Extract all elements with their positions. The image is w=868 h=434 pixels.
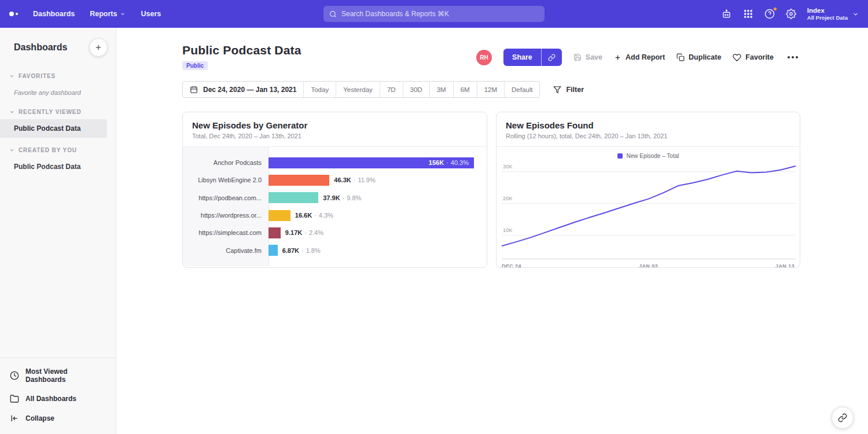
bar-value-label: 46.3K·11.9% bbox=[334, 176, 375, 183]
collapse-sidebar-button[interactable]: Collapse bbox=[0, 409, 116, 428]
preset-6m[interactable]: 6M bbox=[453, 82, 477, 97]
save-button[interactable]: Save bbox=[573, 53, 602, 61]
bar[interactable] bbox=[269, 245, 278, 256]
app-logo[interactable] bbox=[9, 12, 18, 16]
bar[interactable]: 156K·40.3% bbox=[269, 157, 474, 168]
preset-7d[interactable]: 7D bbox=[380, 82, 403, 97]
bar-category-label: Anchor Podcasts bbox=[183, 159, 269, 166]
nav-dashboards-label: Dashboards bbox=[33, 10, 75, 18]
add-report-button[interactable]: Add Report bbox=[614, 53, 665, 61]
global-search[interactable] bbox=[323, 6, 545, 22]
copy-link-button[interactable] bbox=[541, 49, 562, 66]
apps-grid-icon[interactable] bbox=[743, 9, 753, 19]
preset-yesterday[interactable]: Yesterday bbox=[336, 82, 380, 97]
line-chart: 30K 20K 10K bbox=[502, 163, 796, 259]
bar-row: Libsyn WebEngine 2.0 46.3K·11.9% bbox=[183, 171, 487, 189]
duplicate-button[interactable]: Duplicate bbox=[676, 53, 721, 61]
chevron-down-icon bbox=[120, 11, 126, 17]
bar-value-label: 9.17K·2.4% bbox=[285, 229, 323, 236]
date-range-bar: Dec 24, 2020 — Jan 13, 2021 Today Yester… bbox=[182, 81, 540, 98]
bar[interactable] bbox=[269, 175, 329, 186]
save-icon bbox=[573, 53, 582, 61]
share-button[interactable]: Share bbox=[503, 49, 541, 66]
page-title: Public Podcast Data bbox=[182, 43, 301, 57]
favorites-hint: Favorite any dashboard bbox=[0, 83, 116, 100]
x-tick: JAN 03 bbox=[639, 263, 658, 268]
all-dashboards-button[interactable]: All Dashboards bbox=[0, 389, 116, 409]
bar-chart: Anchor Podcasts 156K·40.3% Libsyn WebEng… bbox=[183, 147, 487, 266]
line-path bbox=[502, 166, 796, 246]
sidebar-item-public-podcast-data-created[interactable]: Public Podcast Data bbox=[0, 157, 116, 176]
project-name: Index bbox=[807, 6, 848, 14]
bar-value-label: 6.87K·1.8% bbox=[282, 247, 321, 254]
duplicate-label: Duplicate bbox=[689, 53, 721, 61]
chevron-down-icon bbox=[9, 109, 14, 115]
bar-category-label: https://podbean.com... bbox=[183, 194, 269, 201]
add-report-label: Add Report bbox=[626, 53, 665, 61]
nav-reports[interactable]: Reports bbox=[90, 10, 126, 18]
filter-button[interactable]: Filter bbox=[553, 86, 584, 94]
notification-dot bbox=[773, 7, 777, 11]
folder-icon bbox=[10, 394, 19, 403]
collapse-left-icon bbox=[10, 414, 19, 423]
bar-value-label: 16.6K·4.3% bbox=[295, 212, 333, 219]
bar-row: https://simplecast.com 9.17K·2.4% bbox=[183, 224, 487, 241]
card-title[interactable]: New Episodes by Generator bbox=[192, 120, 477, 130]
more-options-button[interactable] bbox=[785, 54, 800, 61]
sidebar-item-public-podcast-data[interactable]: Public Podcast Data bbox=[0, 119, 107, 138]
chevron-down-icon bbox=[9, 73, 14, 79]
avatar[interactable]: RH bbox=[476, 50, 492, 65]
add-dashboard-button[interactable] bbox=[89, 38, 108, 57]
x-tick: JAN 13 bbox=[775, 263, 795, 268]
preset-default[interactable]: Default bbox=[504, 82, 539, 97]
card-new-episodes-by-generator: New Episodes by Generator Total, Dec 24t… bbox=[182, 112, 487, 268]
all-dashboards-label: All Dashboards bbox=[25, 395, 76, 403]
bar[interactable] bbox=[269, 210, 290, 221]
section-recently-viewed-label: RECENTLY VIEWED bbox=[19, 109, 82, 115]
date-range-picker[interactable]: Dec 24, 2020 — Jan 13, 2021 bbox=[183, 82, 303, 97]
settings-gear-icon[interactable] bbox=[786, 9, 796, 19]
nav-users[interactable]: Users bbox=[141, 10, 161, 18]
bar-value-label: 156K·40.3% bbox=[429, 159, 474, 166]
x-tick: DEC 24 bbox=[502, 263, 521, 268]
plus-icon bbox=[614, 54, 621, 61]
nav-reports-label: Reports bbox=[90, 10, 117, 18]
bar[interactable] bbox=[269, 192, 318, 203]
section-favorites[interactable]: FAVORITES bbox=[0, 64, 116, 83]
sidebar: Dashboards FAVORITES Favorite any dashbo… bbox=[0, 28, 116, 434]
preset-30d[interactable]: 30D bbox=[403, 82, 429, 97]
copy-link-fab[interactable] bbox=[832, 407, 854, 429]
share-button-group: Share bbox=[503, 49, 562, 66]
legend-label: New Episode – Total bbox=[627, 153, 679, 159]
heart-icon bbox=[733, 53, 741, 62]
search-input[interactable] bbox=[341, 10, 539, 18]
collapse-sidebar-label: Collapse bbox=[25, 414, 54, 422]
project-switcher[interactable]: Index All Project Data bbox=[807, 6, 859, 21]
favorite-button[interactable]: Favorite bbox=[733, 53, 774, 62]
help-icon[interactable] bbox=[764, 9, 775, 19]
most-viewed-dashboards-button[interactable]: Most Viewed Dashboards bbox=[0, 362, 116, 389]
nav-dashboards[interactable]: Dashboards bbox=[33, 10, 75, 18]
chevron-down-icon bbox=[852, 11, 859, 17]
top-nav: Dashboards Reports Users Index All Proje… bbox=[0, 0, 868, 28]
card-subtitle: Total, Dec 24th, 2020 – Jan 13th, 2021 bbox=[192, 133, 477, 139]
bar-row: Captivate.fm 6.87K·1.8% bbox=[183, 241, 487, 259]
card-new-episodes-found: New Episodes Found Rolling (12 hours), t… bbox=[496, 112, 800, 268]
card-title[interactable]: New Episodes Found bbox=[506, 120, 790, 130]
search-icon bbox=[329, 10, 337, 18]
section-created-by-you[interactable]: CREATED BY YOU bbox=[0, 138, 116, 157]
date-range-label: Dec 24, 2020 — Jan 13, 2021 bbox=[203, 86, 296, 94]
nav-users-label: Users bbox=[141, 10, 161, 18]
bar-category-label: Captivate.fm bbox=[183, 247, 269, 254]
assistant-icon[interactable] bbox=[721, 9, 732, 20]
preset-12m[interactable]: 12M bbox=[477, 82, 504, 97]
bar[interactable] bbox=[269, 227, 281, 238]
bar-row: Anchor Podcasts 156K·40.3% bbox=[183, 154, 487, 171]
section-created-by-you-label: CREATED BY YOU bbox=[19, 147, 77, 153]
duplicate-icon bbox=[676, 53, 685, 61]
preset-today[interactable]: Today bbox=[303, 82, 336, 97]
public-badge: Public bbox=[182, 61, 208, 70]
section-favorites-label: FAVORITES bbox=[19, 73, 56, 79]
preset-3m[interactable]: 3M bbox=[429, 82, 453, 97]
section-recently-viewed[interactable]: RECENTLY VIEWED bbox=[0, 100, 116, 119]
